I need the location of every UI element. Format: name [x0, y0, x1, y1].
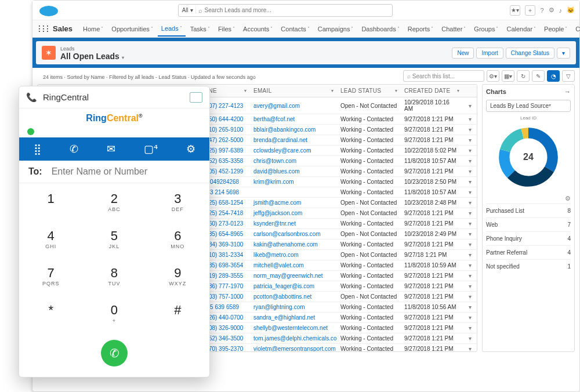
- dial-input[interactable]: [52, 166, 200, 177]
- nav-tab-groups[interactable]: Groups ˅: [470, 21, 502, 37]
- email-link[interactable]: ryan@lightning.com: [250, 302, 337, 312]
- email-link[interactable]: [250, 187, 337, 197]
- filter-icon[interactable]: ▽: [562, 70, 575, 82]
- key-4[interactable]: 4GHI: [19, 220, 82, 257]
- email-link[interactable]: likeb@metro.com: [250, 250, 337, 260]
- new-button[interactable]: New: [452, 48, 474, 59]
- nav-tab-files[interactable]: Files ˅: [215, 21, 238, 37]
- key-1[interactable]: 1: [19, 183, 82, 220]
- change-status-button[interactable]: Change Status: [506, 48, 554, 59]
- nav-tab-chatter[interactable]: Chatter ˅: [438, 21, 469, 37]
- email-link[interactable]: carlson@carlsonbros.com: [250, 229, 337, 239]
- email-link[interactable]: mitchell@valet.com: [250, 260, 337, 270]
- email-link[interactable]: sandra_e@highland.net: [250, 313, 337, 322]
- row-menu-icon[interactable]: ▾: [463, 250, 477, 260]
- key-9[interactable]: 9WXYZ: [146, 257, 209, 295]
- listview-title[interactable]: All Open Leads: [60, 52, 119, 61]
- key-2[interactable]: 2ABC: [82, 183, 146, 220]
- import-button[interactable]: Import: [476, 48, 503, 59]
- search-scope-select[interactable]: All ▾: [182, 7, 196, 13]
- key-3[interactable]: 3DEF: [146, 183, 209, 220]
- row-menu-icon[interactable]: ▾: [463, 302, 477, 312]
- app-launcher-icon[interactable]: ᎒᎒᎒: [37, 24, 49, 34]
- row-menu-icon[interactable]: ▾: [463, 271, 477, 281]
- email-link[interactable]: norm_may@greenwich.net: [250, 271, 337, 281]
- video-tab-icon[interactable]: ▢⁴: [144, 143, 158, 155]
- row-menu-icon[interactable]: ▾: [463, 156, 477, 166]
- call-button[interactable]: ✆: [101, 340, 128, 366]
- listview-switch-icon[interactable]: ▾: [122, 55, 124, 60]
- dialer-dock-icon[interactable]: [190, 92, 202, 103]
- nav-tab-reports[interactable]: Reports ˅: [404, 21, 437, 37]
- email-link[interactable]: tom.james@delphi.chemicals.co: [250, 333, 337, 343]
- row-menu-icon[interactable]: ▾: [463, 208, 477, 218]
- favorites-icon[interactable]: ★▾: [510, 5, 520, 16]
- row-menu-icon[interactable]: ▾: [463, 198, 477, 208]
- row-menu-icon[interactable]: ▾: [463, 229, 477, 239]
- key-#[interactable]: #: [146, 295, 209, 332]
- more-actions-button[interactable]: ▾: [557, 48, 570, 59]
- row-menu-icon[interactable]: ▾: [463, 260, 477, 270]
- chart-settings-icon[interactable]: ⚙: [565, 195, 571, 202]
- global-search[interactable]: All ▾ ⌕: [178, 4, 393, 17]
- nav-tab-tasks[interactable]: Tasks ˅: [187, 21, 213, 37]
- email-link[interactable]: violetm@emersontransport.com: [250, 344, 337, 351]
- add-icon[interactable]: ＋: [525, 5, 535, 16]
- nav-tab-people[interactable]: People ˅: [541, 21, 571, 37]
- col-created[interactable]: CREATED DATE▾: [401, 85, 463, 97]
- email-link[interactable]: bblair@abankingco.com: [250, 125, 337, 135]
- global-search-input[interactable]: [205, 7, 389, 13]
- chart-toggle-icon[interactable]: ◔: [547, 70, 560, 82]
- key-0[interactable]: 0+: [82, 295, 146, 332]
- nav-tab-accounts[interactable]: Accounts ˅: [240, 21, 276, 37]
- nav-tab-dashboards[interactable]: Dashboards ˅: [358, 21, 403, 37]
- messages-tab-icon[interactable]: ✉: [107, 143, 115, 155]
- refresh-icon[interactable]: ↻: [517, 70, 530, 82]
- email-link[interactable]: jsmith@acme.com: [250, 198, 337, 208]
- charts-collapse-icon[interactable]: →: [564, 88, 571, 95]
- nav-tab-opportunities[interactable]: Opportunities ˅: [108, 21, 156, 37]
- calls-tab-icon[interactable]: ✆: [70, 143, 78, 155]
- email-link[interactable]: chris@town.com: [250, 156, 337, 166]
- row-menu-icon[interactable]: ▾: [463, 333, 477, 343]
- email-link[interactable]: ksynder@tnr.net: [250, 219, 337, 228]
- email-link[interactable]: shellyb@westerntelecom.net: [250, 323, 337, 333]
- dialpad-tab-icon[interactable]: ⣿: [34, 143, 41, 155]
- key-*[interactable]: *: [19, 295, 82, 332]
- avatar-icon[interactable]: 🐱: [567, 6, 575, 14]
- email-link[interactable]: bertha@fcof.net: [250, 114, 337, 124]
- email-link[interactable]: pcotton@abbottins.net: [250, 292, 337, 302]
- row-menu-icon[interactable]: ▾: [463, 177, 477, 187]
- edit-inline-icon[interactable]: ✎: [532, 70, 545, 82]
- col-status[interactable]: LEAD STATUS▾: [337, 85, 401, 97]
- row-menu-icon[interactable]: ▾: [463, 239, 477, 249]
- row-menu-icon[interactable]: ▾: [463, 187, 477, 197]
- row-menu-icon[interactable]: ▾: [463, 135, 477, 145]
- row-menu-icon[interactable]: ▾: [463, 292, 477, 302]
- list-search[interactable]: ⌕ Search this list...: [403, 70, 484, 82]
- key-7[interactable]: 7PQRS: [19, 257, 82, 295]
- settings-tab-icon[interactable]: ⚙: [186, 143, 195, 155]
- email-link[interactable]: cclowdsley@care.com: [250, 146, 337, 155]
- row-menu-icon[interactable]: ▾: [463, 166, 477, 176]
- nav-tab-leads[interactable]: Leads ˅: [158, 21, 186, 37]
- key-5[interactable]: 5JKL: [82, 220, 146, 257]
- key-6[interactable]: 6MNO: [146, 220, 209, 257]
- help-icon[interactable]: ?: [540, 7, 543, 14]
- notifications-bell-icon[interactable]: ♪: [559, 7, 563, 14]
- email-link[interactable]: avery@gmail.com: [250, 97, 337, 114]
- email-link[interactable]: jeffg@jackson.com: [250, 208, 337, 218]
- presence-indicator-icon[interactable]: [27, 128, 34, 135]
- nav-tab-calendar[interactable]: Calendar ˅: [503, 21, 539, 37]
- row-menu-icon[interactable]: ▾: [463, 97, 477, 114]
- display-as-icon[interactable]: ▦▾: [502, 70, 514, 82]
- row-menu-icon[interactable]: ▾: [463, 125, 477, 135]
- row-menu-icon[interactable]: ▾: [463, 344, 477, 351]
- row-menu-icon[interactable]: ▾: [463, 114, 477, 124]
- setup-gear-icon[interactable]: ⚙: [549, 6, 554, 14]
- col-email[interactable]: EMAIL▾: [250, 85, 337, 97]
- email-link[interactable]: brenda@cardinal.net: [250, 135, 337, 145]
- row-menu-icon[interactable]: ▾: [463, 146, 477, 155]
- row-menu-icon[interactable]: ▾: [463, 281, 477, 291]
- nav-tab-campaigns[interactable]: Campaigns ˅: [314, 21, 357, 37]
